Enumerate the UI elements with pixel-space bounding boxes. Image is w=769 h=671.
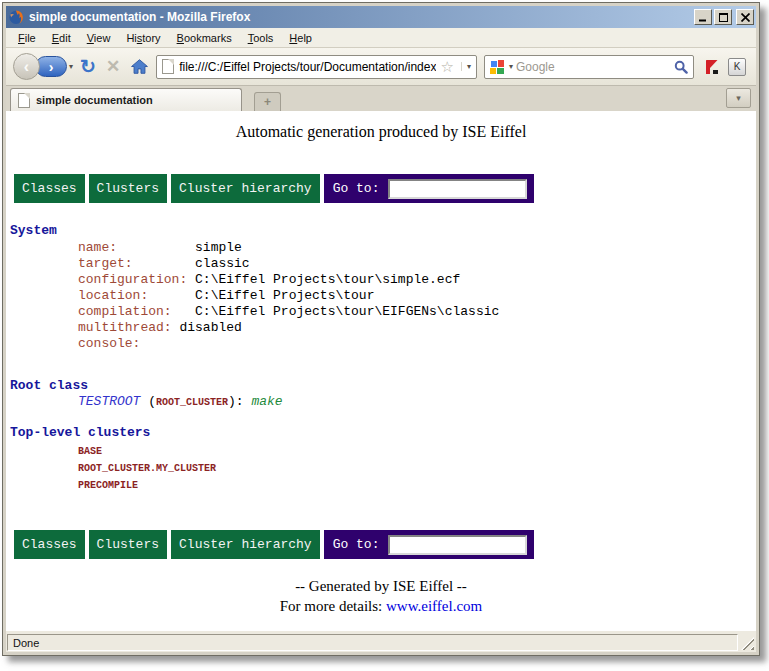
- menu-view[interactable]: View: [79, 29, 119, 47]
- nav-button-row-top: ClassesClustersCluster hierarchyGo to:: [14, 174, 756, 203]
- system-label: configuration:: [78, 272, 195, 287]
- paren-close: ):: [228, 394, 251, 409]
- menu-bar: FileEditViewHistoryBookmarksToolsHelp: [6, 28, 756, 48]
- system-value: C:\Eiffel Projects\tour\EIFGENs\classic: [195, 304, 499, 319]
- search-box[interactable]: ▾: [484, 55, 694, 79]
- minimize-button[interactable]: [694, 9, 712, 25]
- back-button[interactable]: ‹: [13, 53, 40, 80]
- firefox-window: simple documentation - Mozilla Firefox F…: [2, 2, 760, 656]
- tab-bar: simple documentation + ▾: [6, 85, 756, 111]
- cluster-link-base[interactable]: BASE: [78, 446, 102, 457]
- url-input[interactable]: [179, 60, 435, 74]
- kaspersky-icon[interactable]: [704, 59, 720, 75]
- root-class-line: TESTROOT (ROOT_CLUSTER): make: [78, 394, 756, 411]
- search-magnifier-icon[interactable]: [674, 60, 688, 74]
- cluster-item: ROOT_CLUSTER.MY_CLUSTER: [78, 460, 756, 477]
- menu-file[interactable]: File: [10, 29, 44, 47]
- menu-history[interactable]: History: [118, 29, 168, 47]
- system-label: location:: [78, 288, 195, 303]
- details-line: For more details: www.eiffel.com: [6, 596, 756, 616]
- reload-button[interactable]: ↻: [80, 57, 96, 76]
- list-all-tabs-button[interactable]: ▾: [726, 88, 751, 108]
- classes-button-top[interactable]: Classes: [14, 174, 85, 203]
- system-row-compilation: compilation: C:\Eiffel Projects\tour\EIF…: [78, 304, 756, 320]
- goto-input-bottom[interactable]: [388, 535, 527, 555]
- page-icon: [162, 59, 174, 74]
- home-button[interactable]: [130, 58, 149, 75]
- status-bar: Done: [6, 631, 756, 652]
- close-icon: [741, 13, 750, 22]
- goto-block-bottom: Go to:: [324, 530, 535, 559]
- nav-button-row-bottom: ClassesClustersCluster hierarchyGo to:: [14, 530, 756, 559]
- system-label: multithread:: [78, 320, 179, 335]
- status-text: Done: [13, 637, 39, 649]
- home-icon: [130, 58, 149, 75]
- system-label: compilation:: [78, 304, 195, 319]
- goto-input-top[interactable]: [388, 179, 527, 199]
- system-value: classic: [195, 256, 250, 271]
- system-row-location: location: C:\Eiffel Projects\tour: [78, 288, 756, 304]
- clusters-button-top[interactable]: Clusters: [89, 174, 167, 203]
- menu-edit[interactable]: Edit: [44, 29, 79, 47]
- history-dropdown-icon[interactable]: ▾: [69, 62, 73, 71]
- address-bar[interactable]: ☆ ▾: [156, 55, 477, 79]
- navigation-toolbar: ‹ › ▾ ↻ ✕ ☆ ▾ ▾: [6, 48, 756, 85]
- menu-tools[interactable]: Tools: [240, 29, 282, 47]
- cluster-item: BASE: [78, 443, 756, 460]
- goto-label: Go to:: [333, 181, 380, 196]
- google-engine-icon[interactable]: [490, 60, 504, 74]
- bookmark-star-icon[interactable]: ☆: [441, 59, 454, 74]
- resize-grip[interactable]: [741, 637, 754, 650]
- tab-title: simple documentation: [36, 94, 153, 106]
- menu-bookmarks[interactable]: Bookmarks: [169, 29, 240, 47]
- virtual-keyboard-button[interactable]: K: [728, 58, 746, 76]
- system-row-target: target: classic: [78, 256, 756, 272]
- system-value: simple: [195, 240, 242, 255]
- new-tab-button[interactable]: +: [254, 92, 281, 111]
- system-value: disabled: [179, 320, 241, 335]
- clusters-button-bottom[interactable]: Clusters: [89, 530, 167, 559]
- goto-label: Go to:: [333, 537, 380, 552]
- root-class-link[interactable]: TESTROOT: [78, 394, 140, 409]
- paren-open: (: [140, 394, 156, 409]
- tab-page-icon: [18, 93, 30, 108]
- title-bar[interactable]: simple documentation - Mozilla Firefox: [6, 6, 756, 28]
- cluster-hierarchy-button-top[interactable]: Cluster hierarchy: [171, 174, 320, 203]
- goto-block-top: Go to:: [324, 174, 535, 203]
- classes-button-bottom[interactable]: Classes: [14, 530, 85, 559]
- system-row-multithread: multithread: disabled: [78, 320, 756, 336]
- root-class-heading: Root class: [10, 378, 756, 394]
- page-headline: Automatic generation produced by ISE Eif…: [6, 123, 756, 141]
- details-prefix: For more details:: [280, 598, 386, 614]
- firefox-logo-icon: [8, 9, 24, 25]
- system-row-name: name: simple: [78, 240, 756, 256]
- page-footer: -- Generated by ISE Eiffel -- For more d…: [6, 576, 756, 616]
- top-level-clusters-heading: Top-level clusters: [10, 425, 756, 441]
- generated-by-line: -- Generated by ISE Eiffel --: [6, 576, 756, 596]
- urlbar-dropdown-icon[interactable]: ▾: [461, 62, 471, 71]
- system-value: C:\Eiffel Projects\tour\simple.ecf: [195, 272, 460, 287]
- cluster-hierarchy-button-bottom[interactable]: Cluster hierarchy: [171, 530, 320, 559]
- cluster-link-root-cluster-my-cluster[interactable]: ROOT_CLUSTER.MY_CLUSTER: [78, 463, 216, 474]
- eiffel-website-link[interactable]: www.eiffel.com: [386, 598, 482, 614]
- system-label: name:: [78, 240, 195, 255]
- search-engine-dropdown-icon[interactable]: ▾: [509, 62, 513, 71]
- root-cluster-link[interactable]: ROOT_CLUSTER: [156, 397, 228, 408]
- system-value: C:\Eiffel Projects\tour: [195, 288, 374, 303]
- maximize-button[interactable]: [714, 9, 732, 25]
- system-row-configuration: configuration: C:\Eiffel Projects\tour\s…: [78, 272, 756, 288]
- minimize-icon: [699, 13, 708, 22]
- status-panel: Done: [7, 634, 738, 651]
- system-row-console: console:: [78, 336, 756, 352]
- search-input[interactable]: [516, 60, 671, 74]
- system-rows: name: simpletarget: classicconfiguration…: [6, 240, 756, 352]
- cluster-link-precompile[interactable]: PRECOMPILE: [78, 480, 138, 491]
- system-heading: System: [10, 223, 756, 239]
- window-title: simple documentation - Mozilla Firefox: [29, 10, 689, 24]
- tab-simple-documentation[interactable]: simple documentation: [10, 88, 242, 111]
- menu-help[interactable]: Help: [281, 29, 320, 47]
- creation-feature-link[interactable]: make: [251, 394, 282, 409]
- close-button[interactable]: [736, 9, 754, 25]
- page-content: Automatic generation produced by ISE Eif…: [6, 111, 756, 631]
- stop-button[interactable]: ✕: [106, 56, 120, 77]
